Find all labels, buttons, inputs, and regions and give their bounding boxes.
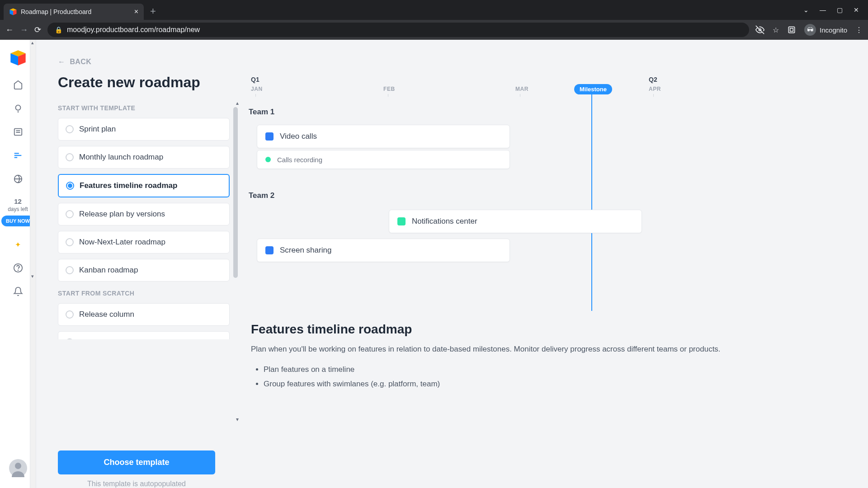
- month-tick: [388, 94, 388, 97]
- back-label: BACK: [70, 58, 91, 66]
- feature-label: Screen sharing: [280, 246, 331, 255]
- svg-rect-5: [790, 28, 793, 32]
- template-label: Monthly launch roadmap: [79, 153, 163, 162]
- template-label: Kanban roadmap: [79, 266, 138, 275]
- eye-off-icon[interactable]: [755, 25, 764, 34]
- radio-icon: [66, 338, 74, 339]
- nav-forward-icon: →: [20, 25, 28, 35]
- url-text: moodjoy.productboard.com/roadmap/new: [67, 26, 200, 34]
- scratch-option[interactable]: Status column: [58, 331, 230, 339]
- feature-label: Calls recording: [277, 156, 322, 164]
- window-close-icon[interactable]: ✕: [854, 6, 859, 14]
- template-option[interactable]: Kanban roadmap: [58, 259, 230, 282]
- month-label: APR: [649, 86, 661, 92]
- scratch-option[interactable]: Release column: [58, 303, 230, 326]
- svg-point-9: [15, 105, 20, 110]
- feature-label: Video calls: [280, 132, 317, 141]
- month-tick: [653, 94, 654, 97]
- extensions-icon[interactable]: [787, 25, 796, 34]
- roadmap-icon[interactable]: [13, 150, 24, 161]
- feature-card: Calls recording: [257, 150, 510, 169]
- template-label: Now-Next-Later roadmap: [79, 238, 165, 247]
- section-template-label: START WITH TEMPLATE: [58, 104, 230, 112]
- template-option[interactable]: Sprint plan: [58, 118, 230, 141]
- sidebar-scrollbar[interactable]: [30, 40, 36, 488]
- milestone-badge: Milestone: [574, 84, 612, 94]
- scratch-label: Status column: [79, 338, 128, 339]
- radio-icon: [66, 153, 74, 161]
- main-pane: ← BACK Create new roadmap ▴ START WITH T…: [36, 40, 868, 488]
- help-icon[interactable]: [13, 263, 24, 273]
- color-chip: [265, 246, 274, 254]
- nav-reload-icon[interactable]: ⟳: [34, 25, 41, 35]
- left-column: ← BACK Create new roadmap ▴ START WITH T…: [36, 40, 249, 488]
- description-bullets: Plan features on a timelineGroup feature…: [251, 362, 823, 392]
- new-tab-button[interactable]: +: [150, 5, 156, 17]
- arrow-left-icon: ←: [58, 58, 65, 66]
- bookmark-star-icon[interactable]: ☆: [773, 26, 779, 34]
- user-avatar[interactable]: [9, 459, 27, 477]
- section-scratch-label: START FROM SCRATCH: [58, 290, 230, 297]
- template-option[interactable]: Release plan by versions: [58, 203, 230, 225]
- milestone-line: [591, 94, 592, 311]
- month-tick: [520, 94, 520, 97]
- address-bar: ← → ⟳ 🔒 moodjoy.productboard.com/roadmap…: [0, 20, 868, 40]
- tab-close-icon[interactable]: ×: [134, 8, 138, 16]
- radio-icon: [66, 238, 74, 246]
- feature-label: Notifications center: [412, 217, 477, 226]
- browser-chrome: Roadmap | Productboard × + ⌄ — ▢ ✕ ← → ⟳…: [0, 0, 868, 40]
- radio-icon: [66, 210, 74, 218]
- template-label: Features timeline roadmap: [80, 181, 177, 190]
- scroll-up-arrow-icon[interactable]: ▴: [236, 100, 239, 106]
- nav-back-icon[interactable]: ←: [5, 25, 14, 35]
- lock-icon: 🔒: [55, 26, 62, 33]
- choose-template-button[interactable]: Choose template: [58, 450, 215, 474]
- back-link[interactable]: ← BACK: [58, 58, 238, 66]
- color-chip: [265, 132, 274, 141]
- productboard-logo[interactable]: [9, 49, 27, 67]
- notifications-icon[interactable]: [13, 286, 24, 297]
- url-field[interactable]: 🔒 moodjoy.productboard.com/roadmap/new: [47, 23, 749, 37]
- month-tick: [255, 94, 256, 97]
- features-icon[interactable]: [13, 127, 24, 137]
- timeline-preview: Q1Q2JANFEBMARAPRMilestone Features timel…: [249, 76, 850, 311]
- incognito-label: Incognito: [820, 26, 847, 34]
- month-label: JAN: [251, 86, 263, 92]
- autopopulate-note: This template is autopopulated: [58, 480, 215, 488]
- window-maximize-icon[interactable]: ▢: [837, 6, 843, 14]
- insights-icon[interactable]: [13, 103, 24, 114]
- window-minimize-icon[interactable]: —: [820, 6, 826, 14]
- template-option[interactable]: Monthly launch roadmap: [58, 146, 230, 169]
- scratch-label: Release column: [79, 310, 134, 319]
- svg-point-19: [18, 270, 18, 271]
- browser-tab-title: Roadmap | Productboard: [21, 8, 91, 15]
- incognito-chip[interactable]: 🕶 Incognito: [804, 24, 847, 36]
- svg-point-20: [15, 463, 21, 469]
- feature-card: Video calls: [257, 125, 510, 148]
- quarter-label: Q2: [649, 76, 657, 83]
- template-description: Features timeline roadmap Plan when you'…: [251, 322, 823, 392]
- template-label: Release plan by versions: [79, 210, 165, 219]
- quarter-label: Q1: [251, 76, 259, 83]
- window-controls: ⌄ — ▢ ✕: [803, 6, 868, 14]
- radio-icon: [66, 125, 74, 133]
- feature-card: Notifications center: [389, 210, 642, 233]
- template-list-container: ▴ START WITH TEMPLATESprint planMonthly …: [58, 104, 238, 441]
- template-option[interactable]: Now-Next-Later roadmap: [58, 231, 230, 253]
- svg-rect-4: [788, 27, 794, 33]
- page-title: Create new roadmap: [58, 74, 238, 91]
- description-bullet: Group features with swimlanes (e.g. plat…: [264, 377, 823, 391]
- template-option[interactable]: Features timeline roadmap: [58, 174, 230, 197]
- browser-menu-icon[interactable]: ⋮: [855, 26, 863, 34]
- scroll-down-arrow-icon[interactable]: ▾: [236, 416, 239, 422]
- sparkle-icon[interactable]: ✦: [13, 239, 24, 250]
- color-chip: [397, 217, 406, 225]
- home-icon[interactable]: [13, 80, 24, 90]
- tabs-dropdown-icon[interactable]: ⌄: [803, 6, 809, 14]
- color-chip: [265, 157, 271, 162]
- portal-icon[interactable]: [13, 174, 24, 184]
- description-body: Plan when you'll be working on features …: [251, 343, 823, 355]
- template-list[interactable]: START WITH TEMPLATESprint planMonthly la…: [58, 104, 238, 339]
- template-scrollbar-thumb[interactable]: [233, 107, 238, 278]
- browser-tab[interactable]: Roadmap | Productboard ×: [4, 4, 144, 20]
